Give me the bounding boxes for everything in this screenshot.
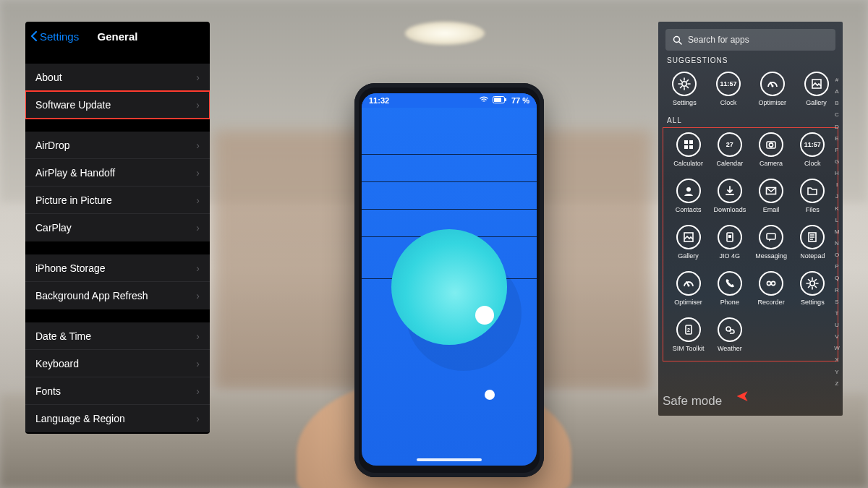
index-N[interactable]: N: [835, 240, 839, 247]
app-phone[interactable]: Phone: [709, 267, 750, 310]
settings-row-airplay-handoff[interactable]: AirPlay & Handoff›: [25, 159, 210, 187]
settings-row-background-app-refresh[interactable]: Background App Refresh›: [25, 282, 210, 309]
recorder-icon: [759, 271, 783, 296]
gauge-icon: [676, 271, 701, 296]
settings-row-label: AirDrop: [35, 140, 69, 151]
gear-icon: [672, 72, 697, 96]
folder-icon: [800, 179, 825, 203]
app-camera[interactable]: Camera: [751, 128, 792, 171]
index-T[interactable]: T: [835, 310, 839, 317]
app-downloads[interactable]: Downloads: [709, 174, 750, 218]
app-calendar[interactable]: 27Calendar: [709, 128, 750, 171]
index-V[interactable]: V: [835, 333, 838, 340]
android-phone-device: 11:32 77 %: [354, 83, 544, 477]
app-clock[interactable]: 11:57Clock: [707, 67, 751, 111]
chevron-right-icon: ›: [196, 194, 200, 206]
app-notepad[interactable]: Notepad: [792, 221, 833, 264]
status-right: 77 %: [480, 96, 529, 105]
index-E[interactable]: E: [835, 135, 838, 142]
settings-row-label: Background App Refresh: [35, 290, 148, 301]
app-label: Calendar: [717, 160, 744, 167]
settings-row-label: AirPlay & Handoff: [35, 167, 115, 179]
mail-icon: [759, 179, 783, 203]
index-A[interactable]: A: [835, 88, 838, 95]
index-W[interactable]: W: [834, 345, 840, 351]
app-email[interactable]: Email: [751, 174, 792, 218]
app-settings[interactable]: Settings: [663, 67, 707, 111]
app-recorder[interactable]: Recorder: [751, 267, 792, 310]
index-X[interactable]: X: [835, 356, 838, 363]
app-label: Clock: [804, 160, 821, 167]
screen-artifact-line: [362, 154, 537, 155]
app-weather[interactable]: Weather: [709, 313, 750, 356]
app-jio-4g[interactable]: JIO 4G: [709, 221, 750, 264]
settings-row-keyboard[interactable]: Keyboard›: [25, 350, 210, 377]
chevron-right-icon: ›: [196, 140, 200, 151]
index-U[interactable]: U: [835, 322, 839, 328]
svg-point-3: [674, 36, 680, 42]
app-optimiser[interactable]: Optimiser: [668, 267, 709, 310]
app-contacts[interactable]: Contacts: [668, 174, 709, 218]
index-O[interactable]: O: [835, 252, 839, 258]
app-gallery[interactable]: Gallery: [668, 221, 709, 264]
index-R[interactable]: R: [835, 287, 839, 294]
index-L[interactable]: L: [835, 217, 838, 223]
search-input[interactable]: Search for apps: [665, 29, 835, 51]
svg-rect-2: [505, 98, 506, 101]
wallpaper-moon-icon: [391, 229, 507, 345]
settings-row-about[interactable]: About›: [25, 64, 210, 91]
settings-row-carplay[interactable]: CarPlay›: [25, 214, 210, 241]
svg-rect-17: [728, 235, 731, 238]
index-J[interactable]: J: [835, 193, 838, 200]
wifi-icon: [480, 96, 490, 105]
svg-rect-10: [689, 145, 693, 149]
index-I[interactable]: I: [836, 181, 838, 188]
app-files[interactable]: Files: [792, 174, 833, 218]
settings-row-language-region[interactable]: Language & Region›: [25, 405, 210, 432]
index-H[interactable]: H: [835, 170, 839, 176]
svg-text:2: 2: [687, 328, 690, 333]
app-gallery[interactable]: Gallery: [794, 67, 838, 111]
index-F[interactable]: F: [835, 147, 839, 153]
app-label: Gallery: [678, 252, 699, 260]
app-optimiser[interactable]: Optimiser: [751, 67, 795, 111]
index-#[interactable]: #: [835, 77, 838, 83]
index-Q[interactable]: Q: [835, 275, 839, 281]
index-C[interactable]: C: [835, 111, 839, 118]
index-S[interactable]: S: [835, 299, 838, 305]
settings-row-iphone-storage[interactable]: iPhone Storage›: [25, 254, 210, 282]
svg-point-21: [767, 281, 771, 285]
settings-row-fonts[interactable]: Fonts›: [25, 377, 210, 405]
index-Z[interactable]: Z: [835, 380, 839, 387]
gauge-icon: [760, 72, 785, 96]
settings-row-airdrop[interactable]: AirDrop›: [25, 132, 210, 159]
app-clock[interactable]: 11:57Clock: [792, 128, 833, 171]
index-B[interactable]: B: [835, 100, 838, 106]
settings-row-software-update[interactable]: Software Update›: [25, 91, 210, 119]
index-Y[interactable]: Y: [835, 369, 838, 375]
index-D[interactable]: D: [835, 124, 839, 130]
svg-rect-7: [684, 140, 688, 144]
settings-row-picture-in-picture[interactable]: Picture in Picture›: [25, 187, 210, 214]
calc-icon: [676, 132, 701, 157]
index-G[interactable]: G: [835, 158, 839, 165]
settings-row-date-time[interactable]: Date & Time›: [25, 322, 210, 350]
status-time: 11:32: [369, 96, 389, 105]
app-settings[interactable]: Settings: [792, 267, 833, 310]
alpha-index[interactable]: #ABCDEFGHIJKLMNOPQRSTUVWXYZ: [833, 77, 841, 387]
clock-icon: 11:57: [716, 72, 741, 96]
home-indicator[interactable]: [417, 458, 482, 461]
chevron-right-icon: ›: [196, 358, 200, 369]
app-calculator[interactable]: Calculator: [668, 128, 709, 171]
app-messaging[interactable]: Messaging: [751, 221, 792, 264]
settings-row-label: iPhone Storage: [35, 262, 106, 274]
svg-point-4: [682, 82, 686, 86]
index-K[interactable]: K: [835, 205, 838, 212]
ios-navbar: Settings General: [25, 22, 210, 51]
index-P[interactable]: P: [835, 263, 838, 270]
app-sim-toolkit[interactable]: 2SIM Toolkit: [668, 313, 709, 356]
index-M[interactable]: M: [835, 228, 840, 235]
chevron-right-icon: ›: [196, 167, 200, 179]
settings-row-label: About: [35, 72, 62, 83]
app-label: Contacts: [676, 206, 702, 213]
